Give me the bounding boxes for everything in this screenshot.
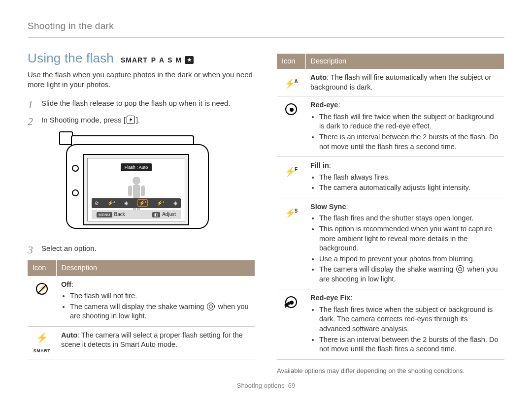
svg-rect-2 xyxy=(128,185,132,196)
screen-flash-label: Flash : Auto xyxy=(121,163,152,171)
flash-auto-icon: ⚡A xyxy=(284,79,298,89)
row-fillin: ⚡F Fill in: The flash always fires. The … xyxy=(277,157,504,198)
redeye-b1: The flash will fire twice when the subje… xyxy=(319,112,499,131)
adjust-tag-icon: ◧ xyxy=(152,212,160,217)
svg-rect-1 xyxy=(133,185,140,198)
row-redeyefix: Red-eye Fix: The flash fires twice when … xyxy=(277,289,504,359)
footnote: Available options may differ depending o… xyxy=(277,367,504,375)
mode-p: P xyxy=(151,56,156,65)
svg-point-0 xyxy=(133,177,140,185)
smart-auto-icon: ⚡SMART xyxy=(33,334,51,356)
off-b2a: The camera will display the shake warnin… xyxy=(70,303,206,310)
redeye-b2: There is an interval between the 2 burst… xyxy=(319,132,499,152)
shake-warning-icon-2 xyxy=(456,265,464,273)
mode-smart: SMART xyxy=(121,56,148,65)
shake-warning-icon xyxy=(207,303,215,310)
svg-rect-3 xyxy=(141,185,145,196)
camera-button-1 xyxy=(72,165,79,172)
mode-scene-icon: ★ xyxy=(185,56,194,64)
fillin-b2: The camera automatically adjusts light i… xyxy=(319,183,499,193)
adjust-label: Adjust xyxy=(162,212,176,217)
section-title: Using the flash xyxy=(28,50,114,67)
row-off: Off: The flash will not fire. The camera… xyxy=(28,276,255,327)
opt-icon-fill-selected: ⚡ᶠ xyxy=(137,199,148,207)
options-table-left: Icon Description Off: The flash will not… xyxy=(28,260,255,361)
off-title: Off xyxy=(61,280,71,288)
camera-illustration: Flash : Auto xyxy=(56,130,214,234)
subject-silhouette-icon xyxy=(124,176,149,215)
slow-b2: This option is recommended when you want… xyxy=(319,224,499,253)
row-redeye: Red-eye: The flash will fire twice when … xyxy=(277,96,504,157)
left-column: Using the flash SMART P A S M ★ Use the … xyxy=(28,50,255,375)
slow-b4: The camera will display the shake warnin… xyxy=(319,265,499,284)
mode-m: M xyxy=(176,56,182,65)
slow-b1: The flash fires and the shutter stays op… xyxy=(319,214,499,223)
row-auto-smart: ⚡SMART Auto: The camera will select a pr… xyxy=(28,326,255,360)
redeye-icon xyxy=(285,103,297,115)
camera-screen: Flash : Auto xyxy=(83,154,189,225)
auto-body: : The flash will fire automatically when… xyxy=(310,73,491,91)
step-2-text-a: In Shooting mode, press [ xyxy=(41,116,126,124)
row-slow: ⚡S Slow Sync: The flash fires and the sh… xyxy=(277,198,504,289)
options-table-right: Icon Description ⚡A Auto: The flash will… xyxy=(277,54,504,360)
off-b1: The flash will not fire. xyxy=(70,291,250,301)
opt-icon-slow: ⚡ˢ xyxy=(157,200,165,207)
mode-s: S xyxy=(167,56,172,65)
redeyefix-title: Red-eye Fix xyxy=(310,294,350,302)
opt-icon-off: ⊘ xyxy=(95,200,99,207)
back-label: Back xyxy=(114,212,125,217)
breadcrumb: Shooting in the dark xyxy=(28,20,504,38)
opt-icon-auto: ⚡ᴬ xyxy=(107,200,115,207)
step-3: Select an option. xyxy=(28,244,255,253)
mode-a: A xyxy=(159,56,164,65)
opt-icon-redeye: ◉ xyxy=(124,200,129,207)
footer-section: Shooting options xyxy=(237,382,285,389)
flash-button-icon xyxy=(127,116,135,124)
th-desc: Description xyxy=(56,260,255,276)
row-auto: ⚡A Auto: The flash will fire automatical… xyxy=(277,69,504,96)
th-icon: Icon xyxy=(28,260,56,276)
footer-page: 69 xyxy=(288,382,295,389)
page-footer: Shooting options 69 xyxy=(0,381,532,390)
th-desc-r: Description xyxy=(305,54,504,69)
mode-icons: SMART P A S M ★ xyxy=(121,56,194,65)
off-b2: The camera will display the shake warnin… xyxy=(70,302,250,321)
camera-button-2 xyxy=(72,189,79,196)
opt-icon-redeyefix: ◉ xyxy=(173,200,178,207)
steps-list: Slide the flash release to pop the flash… xyxy=(28,98,255,253)
fillin-b1: The flash always fires. xyxy=(319,173,499,183)
slowsync-icon: ⚡S xyxy=(285,208,298,218)
step-1: Slide the flash release to pop the flash… xyxy=(28,98,255,108)
redeye-title: Red-eye xyxy=(310,101,338,109)
redeyefix-icon xyxy=(285,296,297,308)
slow-title: Slow Sync xyxy=(310,203,346,211)
step-2-text-b: ]. xyxy=(136,116,140,124)
auto-smart-body: : The camera will select a proper flash … xyxy=(61,331,243,349)
screen-button-row: MENUBack ◧Adjust xyxy=(92,210,181,219)
th-icon-r: Icon xyxy=(277,54,305,69)
menu-tag: MENU xyxy=(97,212,112,217)
redeyefix-b2: There is an interval between the 2 burst… xyxy=(319,335,499,354)
fillin-title: Fill in xyxy=(310,161,329,169)
flash-off-icon xyxy=(36,283,48,295)
slow-b3: Use a tripod to prevent your photos from… xyxy=(319,254,499,264)
step-2: In Shooting mode, press []. Flash : Auto xyxy=(28,115,255,233)
redeyefix-b1: The flash fires twice when the subject o… xyxy=(319,305,499,334)
auto-title: Auto xyxy=(310,73,327,81)
slow-b4a: The camera will display the shake warnin… xyxy=(319,265,455,273)
fillin-icon: ⚡F xyxy=(285,167,298,177)
right-column: Icon Description ⚡A Auto: The flash will… xyxy=(277,50,504,375)
auto-smart-title: Auto xyxy=(61,331,77,339)
intro-text: Use the flash when you capture photos in… xyxy=(28,70,255,90)
screen-icon-row: ⊘ ⚡ᴬ ◉ ⚡ᶠ ⚡ˢ ◉ xyxy=(92,198,181,208)
